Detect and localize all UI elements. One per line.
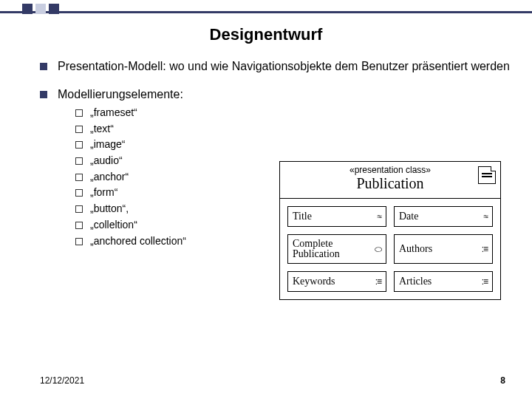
sub-text: „anchored collection“ bbox=[90, 233, 186, 250]
sub-text: „anchor“ bbox=[90, 169, 129, 185]
hollow-square-icon bbox=[75, 205, 83, 213]
page-number: 8 bbox=[500, 375, 505, 386]
hollow-square-icon bbox=[75, 189, 83, 197]
sub-text: „form“ bbox=[90, 185, 117, 201]
diagram-row: Complete Publication ⬭ Authors :≡ bbox=[287, 234, 493, 264]
hollow-square-icon bbox=[75, 141, 83, 149]
diagram-cell: Date ≈ bbox=[394, 206, 493, 227]
sub-text: „frameset“ bbox=[90, 105, 137, 121]
sub-text: „text“ bbox=[90, 121, 114, 137]
slide: Designentwurf Presentation-Modell: wo un… bbox=[0, 0, 532, 399]
footer-date: 12/12/2021 bbox=[40, 375, 84, 386]
top-squares bbox=[22, 4, 59, 14]
cell-label: Date bbox=[399, 211, 418, 222]
bullet-level1: Presentation-Modell: wo und wie Navigati… bbox=[40, 59, 510, 74]
presentation-class-diagram: «presentation class» Publication Title ≈… bbox=[279, 161, 501, 300]
sub-text: „button“, bbox=[90, 201, 129, 217]
square-bullet-icon bbox=[40, 63, 47, 70]
square-icon bbox=[35, 4, 46, 14]
bullet-level2: „frameset“ bbox=[75, 105, 510, 121]
cell-label: Articles bbox=[399, 276, 432, 287]
bullet-level2: „image“ bbox=[75, 137, 510, 153]
diagram-row: Title ≈ Date ≈ bbox=[287, 206, 493, 227]
square-icon bbox=[22, 4, 33, 14]
diagram-cell: Keywords :≡ bbox=[287, 271, 386, 292]
list-mark-icon: :≡ bbox=[375, 277, 381, 286]
bullet-text: Presentation-Modell: wo und wie Navigati… bbox=[58, 59, 510, 74]
hollow-square-icon bbox=[75, 126, 83, 133]
diagram-row: Keywords :≡ Articles :≡ bbox=[287, 271, 493, 292]
top-decor bbox=[0, 0, 532, 18]
cell-label: Complete Publication bbox=[293, 239, 375, 259]
hollow-square-icon bbox=[75, 222, 83, 229]
sub-text: „image“ bbox=[90, 137, 125, 153]
diagram-cell: Articles :≡ bbox=[394, 271, 493, 292]
footer: 12/12/2021 8 bbox=[40, 375, 505, 386]
hollow-square-icon bbox=[75, 109, 83, 117]
cell-label: Authors bbox=[399, 244, 432, 254]
diagram-body: Title ≈ Date ≈ Complete Publication ⬭ Au… bbox=[279, 199, 501, 300]
diagram-title: Publication bbox=[284, 175, 496, 192]
hollow-square-icon bbox=[75, 238, 83, 245]
cell-label: Title bbox=[293, 211, 312, 222]
top-line bbox=[0, 11, 532, 13]
list-mark-icon: :≡ bbox=[482, 277, 488, 286]
bullet-text-label: Modellierungselemente: bbox=[58, 88, 183, 100]
slide-title: Designentwurf bbox=[0, 25, 532, 44]
bullet-level2: „text“ bbox=[75, 121, 510, 137]
stereotype-label: «presentation class» bbox=[284, 165, 496, 175]
square-bullet-icon bbox=[40, 91, 47, 98]
sub-text: „audio“ bbox=[90, 153, 123, 169]
diagram-cell: Authors :≡ bbox=[394, 234, 493, 264]
text-mark-icon: ≈ bbox=[483, 212, 488, 221]
cell-label: Keywords bbox=[293, 276, 335, 287]
diagram-header: «presentation class» Publication bbox=[279, 161, 501, 199]
hollow-square-icon bbox=[75, 174, 83, 181]
square-icon bbox=[49, 4, 59, 14]
hollow-square-icon bbox=[75, 157, 83, 165]
diagram-cell: Complete Publication ⬭ bbox=[287, 234, 386, 264]
anchor-mark-icon: ⬭ bbox=[375, 245, 381, 253]
page-corner-icon bbox=[478, 166, 496, 184]
diagram-cell: Title ≈ bbox=[287, 206, 386, 227]
list-mark-icon: :≡ bbox=[482, 245, 488, 253]
sub-text: „colleltion“ bbox=[90, 217, 137, 233]
text-mark-icon: ≈ bbox=[377, 212, 381, 221]
